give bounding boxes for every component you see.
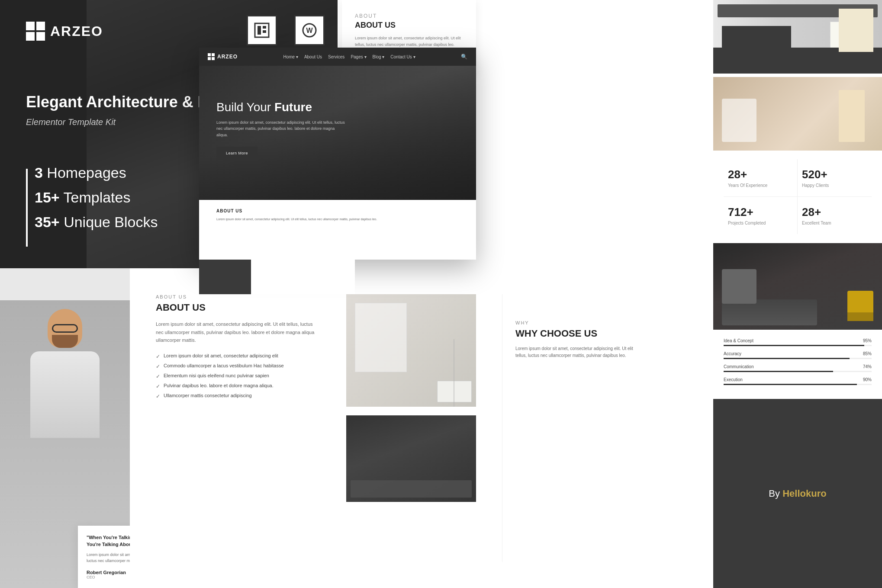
wordpress-icon: W — [302, 22, 317, 38]
stat-years: 28+ Years Of Experience — [724, 159, 798, 197]
stat-team-label: Excellent Team — [802, 221, 867, 225]
yellow-chair — [847, 291, 873, 321]
person-face — [22, 309, 108, 438]
stats-grid: 28+ Years Of Experience 520+ Happy Clien… — [713, 151, 882, 243]
features-list: 3 Homepages 15+ Templates 35+ Unique Blo… — [35, 164, 158, 238]
nav-about[interactable]: About Us — [304, 55, 322, 59]
site-nav-links: Home ▾ About Us Services Pages ▾ Blog ▾ … — [283, 55, 415, 59]
bathroom-image — [346, 294, 476, 407]
about-content: ABOUT US ABOUT US Lorem ipsum dolor sit … — [156, 294, 320, 562]
skill-accuracy: Accuracy 85% — [724, 351, 872, 359]
skill-communication-bar — [724, 371, 833, 372]
site-hero-title: Build Your Future — [216, 100, 459, 114]
nav-pages[interactable]: Pages ▾ — [351, 55, 366, 59]
pillow — [722, 269, 756, 304]
skill-execution-label: Execution — [724, 377, 743, 382]
skill-idea-label: Idea & Concept — [724, 338, 753, 343]
bathroom-sink — [437, 381, 472, 402]
nav-search-icon[interactable]: 🔍 — [461, 54, 467, 60]
about-overlay-title: ABOUT US — [355, 21, 463, 30]
deco-blocks-left — [199, 260, 303, 294]
testimony-text: Lorem ipsum dolor sit amet, consectetur … — [87, 552, 130, 564]
nav-blog[interactable]: Blog ▾ — [373, 55, 385, 59]
check-item-2: ✓Commodo ullamcorper a lacus vestibulum … — [156, 363, 320, 370]
svg-rect-1 — [258, 26, 261, 35]
about-section-label: ABOUT US — [156, 294, 320, 299]
check-icon-1: ✓ — [156, 353, 160, 360]
why-label: WHY — [515, 320, 636, 325]
logo-icon — [26, 22, 45, 41]
skill-accuracy-label: Accuracy — [724, 351, 741, 356]
person-body — [30, 351, 100, 438]
logo-text: ARZEO — [50, 23, 103, 39]
feature-item-1: 3 Homepages — [35, 164, 158, 181]
skill-idea-bar-bg — [724, 345, 872, 346]
feature-item-2: 15+ Templates — [35, 189, 158, 206]
svg-rect-0 — [255, 23, 269, 37]
site-hero-desc: Lorem ipsum dolor sit amet, consectetur … — [216, 119, 346, 138]
skill-execution: Execution 90% — [724, 377, 872, 385]
why-title: WHY CHOOSE US — [515, 328, 636, 339]
feature-item-3: 35+ Unique Blocks — [35, 214, 158, 231]
site-nav-logo: ARZEO — [208, 53, 238, 60]
right-panel: 28+ Years Of Experience 520+ Happy Clien… — [713, 0, 882, 588]
hellokuro-section: By Hellokuro — [713, 399, 882, 588]
skills-section: Idea & Concept 95% Accuracy 85% Communic… — [713, 330, 882, 399]
stat-years-label: Years Of Experience — [728, 183, 793, 188]
about-section-title: ABOUT US — [156, 302, 320, 313]
nav-contact[interactable]: Contact Us ▾ — [390, 55, 415, 59]
about-overlay-label: ABOUT — [355, 13, 463, 19]
site-about-p: Lorem ipsum dolor sit amet, consectetur … — [216, 217, 459, 222]
site-about-text: ABOUT US Lorem ipsum dolor sit amet, con… — [216, 209, 459, 252]
stat-projects: 712+ Projects Completed — [724, 197, 798, 234]
check-icon-5: ✓ — [156, 393, 160, 399]
skill-accuracy-pct: 85% — [863, 351, 872, 356]
deco-block-2 — [303, 260, 355, 294]
svg-text:W: W — [306, 27, 313, 34]
nav-services[interactable]: Services — [328, 55, 344, 59]
skill-communication-bar-bg — [724, 371, 872, 372]
stat-team-num: 28+ — [802, 206, 867, 219]
elementor-icon — [254, 22, 270, 38]
site-logo-icon — [208, 53, 215, 60]
skill-communication-label: Communication — [724, 364, 753, 369]
testimony-role: CEO — [87, 575, 130, 579]
bottom-area: "When You're Talking About Building, You… — [0, 268, 713, 588]
check-text-1: Lorem ipsum dolor sit amet, consectetur … — [164, 353, 278, 358]
person-beard — [52, 335, 78, 348]
check-text-5: Ullamcorper mattis consectetur adipiscin… — [164, 393, 252, 398]
kitchen-shelf-bg — [713, 0, 882, 74]
testimony-card: "When You're Talking About Building, You… — [78, 526, 130, 588]
svg-rect-3 — [263, 30, 266, 33]
why-choose-us-section: WHY WHY CHOOSE US Lorem ipsum dolor sit … — [502, 294, 649, 562]
plugin-icons-row: W — [221, 13, 351, 48]
bathroom-divider — [454, 339, 454, 407]
wordpress-icon-box: W — [294, 15, 325, 45]
learn-more-button[interactable]: Learn More — [216, 147, 258, 160]
nav-home[interactable]: Home ▾ — [283, 55, 298, 59]
check-text-4: Pulvinar dapibus leo. labore et dolore m… — [164, 383, 274, 388]
skill-execution-bar — [724, 384, 857, 385]
skill-idea-pct: 95% — [863, 338, 872, 343]
check-item-3: ✓Elementum nisi quis eleifend nunc pulvi… — [156, 373, 320, 379]
person-glasses — [52, 324, 78, 333]
testimony-name: Robert Gregorian — [87, 570, 130, 575]
bedroom-image — [713, 243, 882, 330]
deco-block-white — [251, 260, 303, 294]
check-icon-2: ✓ — [156, 363, 160, 370]
skill-execution-pct: 90% — [863, 377, 872, 382]
about-images — [346, 294, 476, 562]
skill-idea: Idea & Concept 95% — [724, 338, 872, 346]
check-text-2: Commodo ullamcorper a lacus vestibulum H… — [164, 363, 284, 368]
skill-execution-bar-bg — [724, 384, 872, 385]
about-section-desc: Lorem ipsum dolor sit amet, consectetur … — [156, 320, 320, 344]
check-text-3: Elementum nisi quis eleifend nunc pulvin… — [164, 373, 269, 378]
stat-years-num: 28+ — [728, 168, 793, 181]
stat-clients-num: 520+ — [802, 168, 867, 181]
check-item-4: ✓Pulvinar dapibus leo. labore et dolore … — [156, 383, 320, 389]
person-head — [48, 309, 82, 348]
skill-communication-pct: 74% — [863, 364, 872, 369]
testimony-quote: "When You're Talking About Building, You… — [87, 534, 130, 548]
stat-clients: 520+ Happy Clients — [798, 159, 872, 197]
stat-projects-num: 712+ — [728, 206, 793, 219]
